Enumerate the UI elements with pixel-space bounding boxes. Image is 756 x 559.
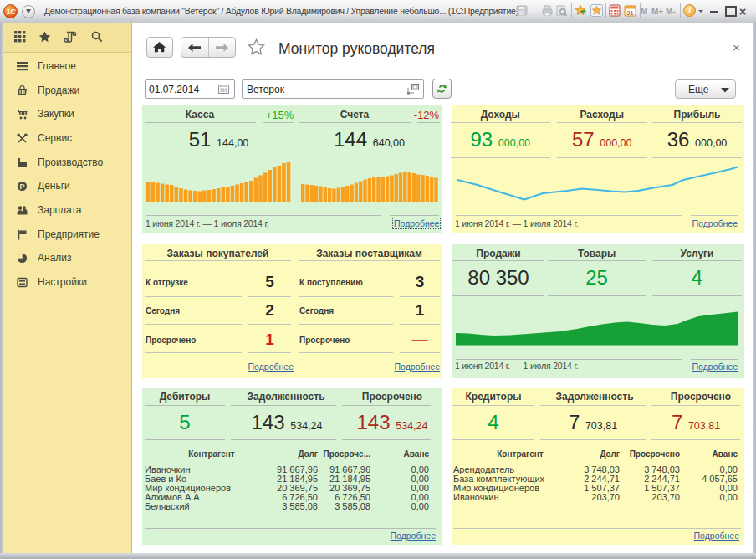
svg-text:31: 31 (626, 9, 633, 17)
svg-text:Р: Р (19, 182, 24, 191)
